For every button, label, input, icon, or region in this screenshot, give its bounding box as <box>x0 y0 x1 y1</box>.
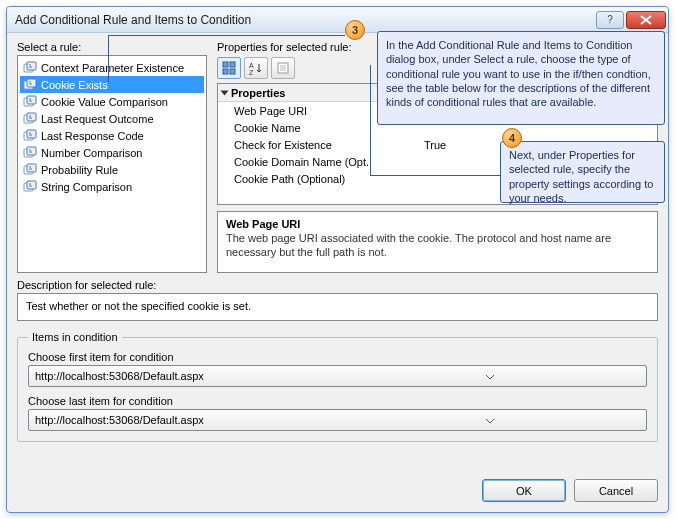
description-label: Description for selected rule: <box>17 279 658 291</box>
rule-item-label: Cookie Exists <box>41 79 108 91</box>
property-name: Check for Existence <box>234 139 424 151</box>
categorized-icon <box>222 61 236 75</box>
rule-icon <box>23 163 37 177</box>
first-item-value: http://localhost:53068/Default.aspx <box>35 370 339 382</box>
dialog-buttons: OK Cancel <box>17 479 658 502</box>
description-text: Test whether or not the specified cookie… <box>26 300 251 312</box>
callout-4: Next, under Properties for selected rule… <box>500 141 665 203</box>
sort-az-icon: AZ <box>249 61 263 75</box>
rule-item[interactable]: Cookie Value Comparison <box>20 93 204 110</box>
last-item-combobox[interactable]: http://localhost:53068/Default.aspx <box>28 409 647 431</box>
items-in-condition-group: Items in condition Choose first item for… <box>17 331 658 442</box>
rules-listbox[interactable]: Context Parameter ExistenceCookie Exists… <box>17 55 207 273</box>
choose-last-label: Choose last item for condition <box>28 395 647 407</box>
rule-item-label: Probability Rule <box>41 164 118 176</box>
alphabetical-button[interactable]: AZ <box>244 57 268 79</box>
svg-rect-18 <box>223 69 228 74</box>
svg-rect-11 <box>27 147 36 155</box>
svg-rect-16 <box>223 62 228 67</box>
choose-first-label: Choose first item for condition <box>28 351 647 363</box>
rule-icon <box>23 78 37 92</box>
rule-icon <box>23 112 37 126</box>
svg-text:Z: Z <box>249 69 254 75</box>
callout-leader <box>370 175 500 176</box>
callout-leader <box>370 65 371 176</box>
property-name: Cookie Domain Name (Opt.. <box>234 156 424 168</box>
svg-rect-7 <box>27 113 36 121</box>
rule-item-label: Last Request Outcome <box>41 113 154 125</box>
svg-rect-17 <box>230 62 235 67</box>
rule-icon <box>23 95 37 109</box>
rule-item[interactable]: Context Parameter Existence <box>20 59 204 76</box>
svg-rect-9 <box>27 130 36 138</box>
rule-item-label: Number Comparison <box>41 147 142 159</box>
rule-icon <box>23 61 37 75</box>
ok-button[interactable]: OK <box>482 479 566 502</box>
expand-icon <box>221 90 229 95</box>
window-title: Add Conditional Rule and Items to Condit… <box>15 13 596 27</box>
svg-rect-5 <box>27 96 36 104</box>
last-item-value: http://localhost:53068/Default.aspx <box>35 414 339 426</box>
callout-3: In the Add Conditional Rule and Items to… <box>377 31 665 125</box>
titlebar: Add Conditional Rule and Items to Condit… <box>7 7 668 33</box>
page-icon <box>276 61 290 75</box>
chevron-down-icon <box>339 414 643 426</box>
help-button[interactable]: ? <box>596 11 624 29</box>
rule-icon <box>23 146 37 160</box>
rule-item[interactable]: Cookie Exists <box>20 76 204 93</box>
property-description-box: Web Page URI The web page URI associated… <box>217 211 658 273</box>
rule-item[interactable]: Number Comparison <box>20 144 204 161</box>
rule-item-label: Cookie Value Comparison <box>41 96 168 108</box>
property-description-body: The web page URI associated with the coo… <box>226 232 649 260</box>
cancel-button[interactable]: Cancel <box>574 479 658 502</box>
callout-leader <box>108 35 109 82</box>
rule-icon <box>23 129 37 143</box>
callout-leader <box>108 35 345 36</box>
description-box: Test whether or not the specified cookie… <box>17 293 658 321</box>
rule-item[interactable]: Last Request Outcome <box>20 110 204 127</box>
rule-icon <box>23 180 37 194</box>
close-button[interactable] <box>626 11 666 29</box>
svg-text:A: A <box>249 62 254 69</box>
window-buttons: ? <box>596 11 666 29</box>
rule-item[interactable]: Probability Rule <box>20 161 204 178</box>
svg-rect-13 <box>27 164 36 172</box>
callout-badge-4: 4 <box>502 128 522 148</box>
callout-4-text: Next, under Properties for selected rule… <box>509 149 653 204</box>
callout-3-text: In the Add Conditional Rule and Items to… <box>386 39 651 108</box>
property-pages-button[interactable] <box>271 57 295 79</box>
rule-item-label: Context Parameter Existence <box>41 62 184 74</box>
chevron-down-icon <box>339 370 643 382</box>
callout-badge-3: 3 <box>345 20 365 40</box>
categorized-button[interactable] <box>217 57 241 79</box>
svg-rect-1 <box>27 62 36 70</box>
property-description-title: Web Page URI <box>226 218 649 230</box>
svg-rect-15 <box>27 181 36 189</box>
select-rule-label: Select a rule: <box>17 41 207 53</box>
property-group-label: Properties <box>231 87 285 99</box>
rule-item[interactable]: String Comparison <box>20 178 204 195</box>
items-in-condition-legend: Items in condition <box>28 331 122 343</box>
rule-item[interactable]: Last Response Code <box>20 127 204 144</box>
rule-item-label: String Comparison <box>41 181 132 193</box>
svg-rect-19 <box>230 69 235 74</box>
svg-rect-3 <box>27 79 36 87</box>
rule-item-label: Last Response Code <box>41 130 144 142</box>
select-rule-column: Select a rule: Context Parameter Existen… <box>17 41 207 273</box>
first-item-combobox[interactable]: http://localhost:53068/Default.aspx <box>28 365 647 387</box>
